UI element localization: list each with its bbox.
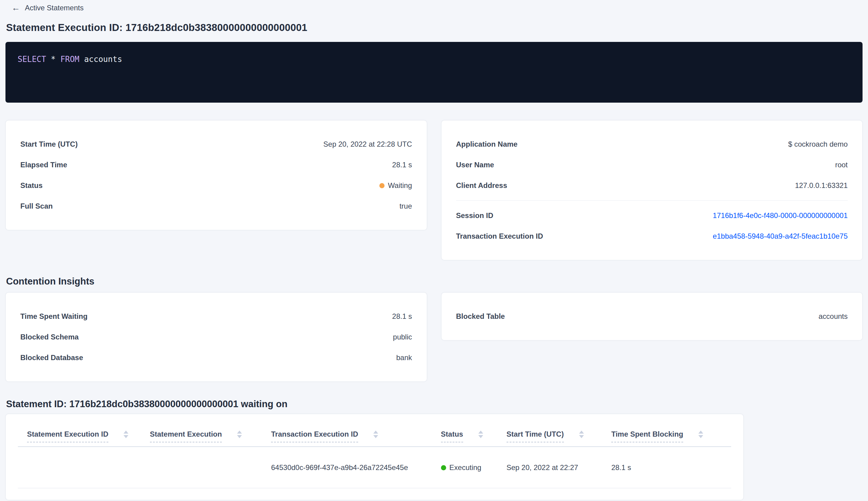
cell-statement-execution [150,447,271,488]
detail-row-status: Status Waiting [20,175,412,196]
detail-row-start-time: Start Time (UTC) Sep 20, 2022 at 22:28 U… [20,134,412,154]
detail-label: Transaction Execution ID [456,231,543,242]
detail-label: Start Time (UTC) [20,139,78,150]
contention-insights-title: Contention Insights [6,276,862,287]
column-header-label: Statement Execution ID [27,430,108,438]
column-header-start-time[interactable]: Start Time (UTC) [507,414,611,447]
column-header-transaction-execution-id[interactable]: Transaction Execution ID [271,414,441,447]
card-divider [456,200,848,201]
cell-start-time: Sep 20, 2022 at 22:27 [507,447,611,488]
detail-row-blocked-schema: Blocked Schema public [20,327,412,347]
sort-arrows-icon [237,430,242,438]
detail-label: Session ID [456,210,493,221]
detail-row-session-id: Session ID 1716b1f6-4e0c-f480-0000-00000… [456,205,848,226]
cell-status: Executing [441,447,507,488]
detail-value: $ cockroach demo [788,139,848,150]
detail-value: Sep 20, 2022 at 22:28 UTC [323,139,412,150]
column-header-statement-execution[interactable]: Statement Execution [150,414,271,447]
table-header-row: Statement Execution ID Statement Executi… [18,414,731,447]
detail-label: Blocked Table [456,311,505,322]
status-waiting-dot-icon [379,183,384,188]
status-text: Waiting [388,180,412,191]
detail-value: public [393,332,412,342]
contention-cards-row: Time Spent Waiting 28.1 s Blocked Schema… [6,292,862,382]
detail-value: root [835,159,848,170]
detail-row-client-address: Client Address 127.0.0.1:63321 [456,175,848,196]
column-header-label: Start Time (UTC) [507,430,564,438]
page-title: Statement Execution ID: 1716b218dc0b3838… [6,22,862,33]
column-header-label: Time Spent Blocking [611,430,683,438]
detail-row-blocked-database: Blocked Database bank [20,347,412,368]
session-details-card: Application Name $ cockroach demo User N… [441,120,863,260]
table-row: 64530d0c-969f-437e-a9b4-26a72245e45e Exe… [18,447,731,488]
detail-row-full-scan: Full Scan true [20,196,412,216]
contention-blocked-table-card: Blocked Table accounts [441,292,863,340]
transaction-execution-id-link[interactable]: e1bba458-5948-40a9-a42f-5feac1b10e75 [713,231,848,242]
column-header-label: Status [441,430,463,438]
sort-arrows-icon [123,430,128,438]
status-text: Executing [449,463,481,472]
column-header-time-spent-blocking[interactable]: Time Spent Blocking [611,414,731,447]
cell-time-spent-blocking: 28.1 s [611,447,731,488]
status-badge: Waiting [379,180,412,191]
session-id-link[interactable]: 1716b1f6-4e0c-f480-0000-000000000001 [713,210,848,221]
detail-label: Time Spent Waiting [20,311,87,322]
detail-row-user-name: User Name root [456,154,848,175]
sort-arrows-icon [698,430,703,438]
column-header-label: Transaction Execution ID [271,430,358,438]
waiting-statements-table: Statement Execution ID Statement Executi… [18,414,731,488]
sort-arrows-icon [373,430,378,438]
back-link-label: Active Statements [25,4,84,12]
status-executing-dot-icon [441,465,446,470]
detail-value: accounts [818,311,848,322]
detail-label: Full Scan [20,201,53,212]
cell-transaction-execution-id: 64530d0c-969f-437e-a9b4-26a72245e45e [271,447,441,488]
detail-value: 28.1 s [392,311,412,322]
column-header-status[interactable]: Status [441,414,507,447]
detail-row-time-spent-waiting: Time Spent Waiting 28.1 s [20,306,412,327]
detail-row-elapsed-time: Elapsed Time 28.1 s [20,154,412,175]
detail-row-transaction-execution-id: Transaction Execution ID e1bba458-5948-4… [456,226,848,247]
sql-keyword-from: FROM [61,55,79,64]
sort-arrows-icon [478,430,483,438]
waiting-statements-table-card: Statement Execution ID Statement Executi… [6,414,744,500]
waiting-on-title: Statement ID: 1716b218dc0b38380000000000… [6,399,862,409]
detail-label: User Name [456,159,494,170]
column-header-label: Statement Execution [150,430,222,438]
sort-arrows-icon [579,430,584,438]
detail-value: true [399,201,412,212]
detail-label: Application Name [456,139,518,150]
sql-statement-box: SELECT * FROM accounts [6,42,862,103]
detail-value: bank [396,352,412,363]
back-link-active-statements[interactable]: ← Active Statements [12,4,84,12]
overview-cards-row: Start Time (UTC) Sep 20, 2022 at 22:28 U… [6,120,862,260]
status-badge: Executing [441,463,481,472]
column-header-statement-execution-id[interactable]: Statement Execution ID [18,414,150,447]
detail-label: Client Address [456,180,507,191]
statement-execution-details-page: ← Active Statements Statement Execution … [0,0,868,500]
sql-table-name: accounts [84,55,122,64]
detail-label: Blocked Schema [20,332,79,342]
detail-row-blocked-table: Blocked Table accounts [456,306,848,327]
detail-label: Blocked Database [20,352,83,363]
sql-star-operator: * [51,55,56,64]
contention-waiting-card: Time Spent Waiting 28.1 s Blocked Schema… [6,292,427,382]
arrow-left-icon: ← [12,4,20,12]
detail-label: Status [20,180,43,191]
detail-value: 127.0.0.1:63321 [795,180,848,191]
detail-label: Elapsed Time [20,159,67,170]
cell-statement-execution-id [18,447,150,488]
detail-value: 28.1 s [392,159,412,170]
sql-keyword-select: SELECT [18,55,46,64]
execution-overview-card: Start Time (UTC) Sep 20, 2022 at 22:28 U… [6,120,427,230]
detail-row-application-name: Application Name $ cockroach demo [456,134,848,154]
